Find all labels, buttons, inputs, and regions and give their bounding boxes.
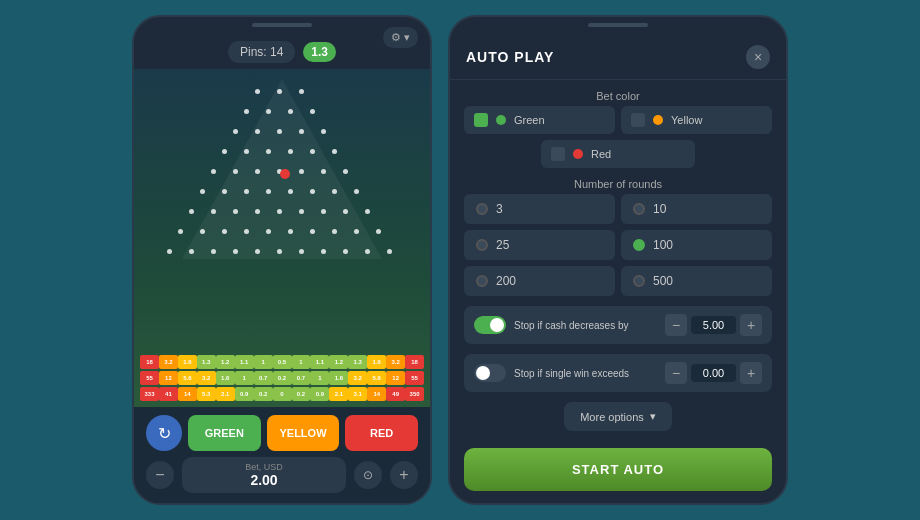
plinko-dot bbox=[299, 129, 304, 134]
start-auto-button[interactable]: START AUTO bbox=[464, 448, 772, 491]
stop-cash-value-control: − 5.00 + bbox=[665, 314, 762, 336]
green-label: Green bbox=[514, 114, 545, 126]
plinko-ball bbox=[280, 169, 290, 179]
plinko-dot bbox=[277, 209, 282, 214]
phone-notch-right bbox=[588, 23, 648, 27]
plinko-dot bbox=[255, 249, 260, 254]
plinko-dot bbox=[211, 249, 216, 254]
plinko-dot bbox=[354, 229, 359, 234]
score-cell: 18 bbox=[405, 355, 424, 369]
autoplay-header: AUTO PLAY × bbox=[450, 31, 786, 80]
yellow-button[interactable]: YELLOW bbox=[267, 415, 340, 451]
cash-increase-btn[interactable]: + bbox=[740, 314, 762, 336]
green-button[interactable]: GREEN bbox=[188, 415, 261, 451]
score-cell: 1 bbox=[310, 371, 329, 385]
rounds-grid: 3 10 25 100 bbox=[464, 194, 772, 296]
plinko-dot bbox=[222, 229, 227, 234]
more-options-button[interactable]: More options ▾ bbox=[564, 402, 672, 431]
green-checkbox bbox=[474, 113, 488, 127]
win-decrease-btn[interactable]: − bbox=[665, 362, 687, 384]
round-200[interactable]: 200 bbox=[464, 266, 615, 296]
plinko-dot bbox=[277, 89, 282, 94]
chevron-down-icon: ▾ bbox=[650, 410, 656, 423]
settings-button[interactable]: ⚙ ▾ bbox=[383, 27, 418, 48]
score-cell: 0.7 bbox=[254, 371, 273, 385]
plinko-dot bbox=[365, 249, 370, 254]
score-cell: 2.1 bbox=[329, 387, 348, 401]
yellow-checkbox bbox=[631, 113, 645, 127]
plinko-dot bbox=[200, 189, 205, 194]
plinko-dot bbox=[354, 189, 359, 194]
left-phone: Pins: 14 1.3 ⚙ ▾ 183.21.61.31.21.110.511… bbox=[132, 15, 432, 505]
plinko-dot bbox=[178, 229, 183, 234]
refresh-button[interactable]: ↻ bbox=[146, 415, 182, 451]
plinko-dot bbox=[255, 89, 260, 94]
autoplay-title: AUTO PLAY bbox=[466, 49, 554, 65]
round-500-value: 500 bbox=[653, 274, 673, 288]
score-cell: 55 bbox=[405, 371, 424, 385]
plinko-dot bbox=[299, 249, 304, 254]
plinko-dot bbox=[244, 189, 249, 194]
score-rows: 183.21.61.31.21.110.511.11.21.31.63.2185… bbox=[134, 355, 430, 403]
score-cell: 0.2 bbox=[292, 387, 311, 401]
score-cell: 1.3 bbox=[348, 355, 367, 369]
score-cell: 1.6 bbox=[178, 355, 197, 369]
score-cell: 1 bbox=[235, 371, 254, 385]
bet-display: Bet, USD 2.00 bbox=[182, 457, 346, 493]
plinko-dot bbox=[277, 249, 282, 254]
color-option-yellow[interactable]: Yellow bbox=[621, 106, 772, 134]
round-10-radio bbox=[633, 203, 645, 215]
autoplay-body: Bet color Green Yellow bbox=[450, 80, 786, 448]
cash-decrease-btn[interactable]: − bbox=[665, 314, 687, 336]
score-cell: 1.3 bbox=[197, 355, 216, 369]
rounds-section: Number of rounds 3 10 25 bbox=[464, 178, 772, 296]
score-cell: 1 bbox=[254, 355, 273, 369]
plinko-dot bbox=[233, 129, 238, 134]
round-25-radio bbox=[476, 239, 488, 251]
phone-header: Pins: 14 1.3 ⚙ ▾ bbox=[134, 31, 430, 69]
round-200-radio bbox=[476, 275, 488, 287]
plinko-dot bbox=[266, 229, 271, 234]
plinko-dot bbox=[266, 109, 271, 114]
bottom-controls: ↻ GREEN YELLOW RED − Bet, USD 2.00 ⊙ + bbox=[134, 407, 430, 503]
plinko-dot bbox=[299, 209, 304, 214]
color-option-red[interactable]: Red bbox=[541, 140, 695, 168]
win-increase-btn[interactable]: + bbox=[740, 362, 762, 384]
plinko-dot bbox=[365, 209, 370, 214]
round-3[interactable]: 3 bbox=[464, 194, 615, 224]
plinko-dot bbox=[233, 169, 238, 174]
stop-cash-toggle[interactable] bbox=[474, 316, 506, 334]
score-cell: 0.2 bbox=[273, 371, 292, 385]
score-cell: 1.6 bbox=[329, 371, 348, 385]
stack-button[interactable]: ⊙ bbox=[354, 461, 382, 489]
score-row: 33341145.32.10.90.200.20.92.13.11449350 bbox=[140, 387, 424, 401]
plinko-dot bbox=[288, 229, 293, 234]
color-option-green[interactable]: Green bbox=[464, 106, 615, 134]
round-25[interactable]: 25 bbox=[464, 230, 615, 260]
round-10[interactable]: 10 bbox=[621, 194, 772, 224]
score-cell: 3.1 bbox=[348, 387, 367, 401]
round-500[interactable]: 500 bbox=[621, 266, 772, 296]
plinko-dot bbox=[288, 109, 293, 114]
plinko-dot bbox=[343, 249, 348, 254]
score-row: 55125.63.21.610.70.20.711.63.25.61255 bbox=[140, 371, 424, 385]
stop-cash-knob bbox=[490, 318, 504, 332]
score-cell: 1.6 bbox=[216, 371, 235, 385]
score-row: 183.21.61.31.21.110.511.11.21.31.63.218 bbox=[140, 355, 424, 369]
stop-cash-text: Stop if cash decreases by bbox=[514, 319, 657, 332]
stop-cash-condition: Stop if cash decreases by − 5.00 + bbox=[464, 306, 772, 344]
red-button[interactable]: RED bbox=[345, 415, 418, 451]
bet-decrease-button[interactable]: − bbox=[146, 461, 174, 489]
plinko-dot bbox=[244, 229, 249, 234]
round-500-radio bbox=[633, 275, 645, 287]
close-button[interactable]: × bbox=[746, 45, 770, 69]
bet-increase-button[interactable]: + bbox=[390, 461, 418, 489]
stop-win-toggle[interactable] bbox=[474, 364, 506, 382]
plinko-dot bbox=[387, 249, 392, 254]
score-cell: 2.1 bbox=[216, 387, 235, 401]
round-200-value: 200 bbox=[496, 274, 516, 288]
color-buttons: ↻ GREEN YELLOW RED bbox=[146, 415, 418, 451]
bet-label: Bet, USD bbox=[202, 462, 326, 472]
round-100[interactable]: 100 bbox=[621, 230, 772, 260]
score-cell: 1 bbox=[292, 355, 311, 369]
